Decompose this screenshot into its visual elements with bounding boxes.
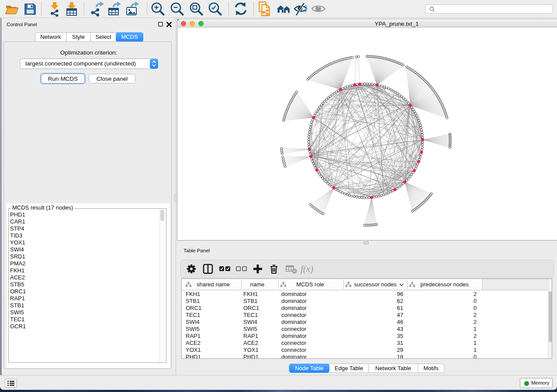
svg-text:f(x): f(x) — [301, 264, 313, 274]
